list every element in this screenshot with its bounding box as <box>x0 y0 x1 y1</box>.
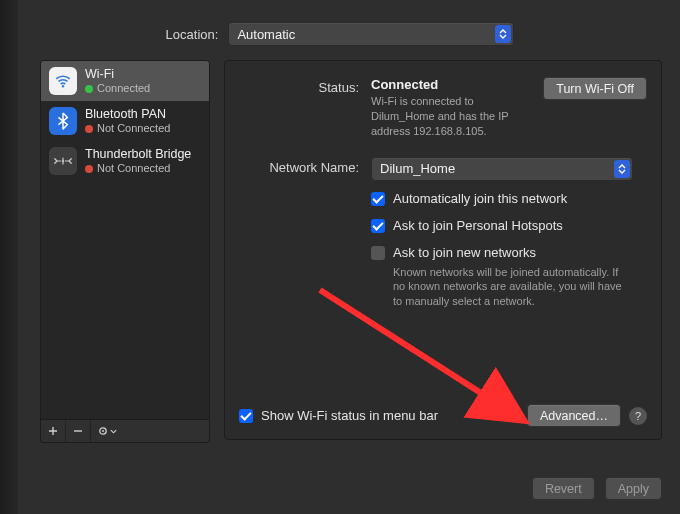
sidebar-item-bluetooth[interactable]: Bluetooth PAN Not Connected <box>41 101 209 141</box>
wifi-toggle-button[interactable]: Turn Wi-Fi Off <box>543 77 647 100</box>
menubar-checkbox[interactable]: Show Wi-Fi status in menu bar <box>239 408 438 423</box>
network-value: Dilum_Home <box>380 161 455 176</box>
hotspot-checkbox[interactable]: Ask to join Personal Hotspots <box>371 218 647 233</box>
checkbox-icon <box>371 192 385 206</box>
bluetooth-icon <box>49 107 77 135</box>
more-button[interactable] <box>91 420 123 442</box>
updown-icon <box>614 160 630 178</box>
interface-list: Wi-Fi Connected Bluetooth PAN Not Connec… <box>40 60 210 420</box>
svg-point-3 <box>102 430 104 432</box>
thunderbolt-icon <box>49 147 77 175</box>
advanced-button[interactable]: Advanced… <box>527 404 621 427</box>
apply-button[interactable]: Apply <box>605 477 662 500</box>
iface-name: Thunderbolt Bridge <box>85 147 191 162</box>
help-button[interactable]: ? <box>629 407 647 425</box>
svg-point-0 <box>62 85 64 87</box>
sidebar-item-wifi[interactable]: Wi-Fi Connected <box>41 61 209 101</box>
updown-icon <box>495 25 511 43</box>
auto-join-checkbox[interactable]: Automatically join this network <box>371 191 647 206</box>
checkbox-icon <box>371 219 385 233</box>
detail-panel: Status: Connected Wi-Fi is connected to … <box>224 60 662 440</box>
status-value: Connected <box>371 77 535 92</box>
sidebar-item-thunderbolt[interactable]: Thunderbolt Bridge Not Connected <box>41 141 209 181</box>
ask-join-description: Known networks will be joined automatica… <box>393 265 623 310</box>
status-description: Wi-Fi is connected to Dilum_Home and has… <box>371 94 535 139</box>
iface-name: Bluetooth PAN <box>85 107 170 122</box>
remove-button[interactable] <box>66 420 91 442</box>
wifi-icon <box>49 67 77 95</box>
location-select[interactable]: Automatic <box>228 22 514 46</box>
ask-join-checkbox[interactable]: Ask to join new networks Known networks … <box>371 245 647 310</box>
add-button[interactable] <box>41 420 66 442</box>
checkbox-icon <box>239 409 253 423</box>
iface-name: Wi-Fi <box>85 67 150 82</box>
location-value: Automatic <box>237 27 295 42</box>
status-dot-icon <box>85 125 93 133</box>
interface-toolbar <box>40 420 210 443</box>
checkbox-icon <box>371 246 385 260</box>
network-label: Network Name: <box>239 157 371 181</box>
location-label: Location: <box>166 27 219 42</box>
svg-point-1 <box>62 160 64 162</box>
revert-button[interactable]: Revert <box>532 477 595 500</box>
network-select[interactable]: Dilum_Home <box>371 157 633 181</box>
status-label: Status: <box>239 77 371 139</box>
status-dot-icon <box>85 85 93 93</box>
status-dot-icon <box>85 165 93 173</box>
